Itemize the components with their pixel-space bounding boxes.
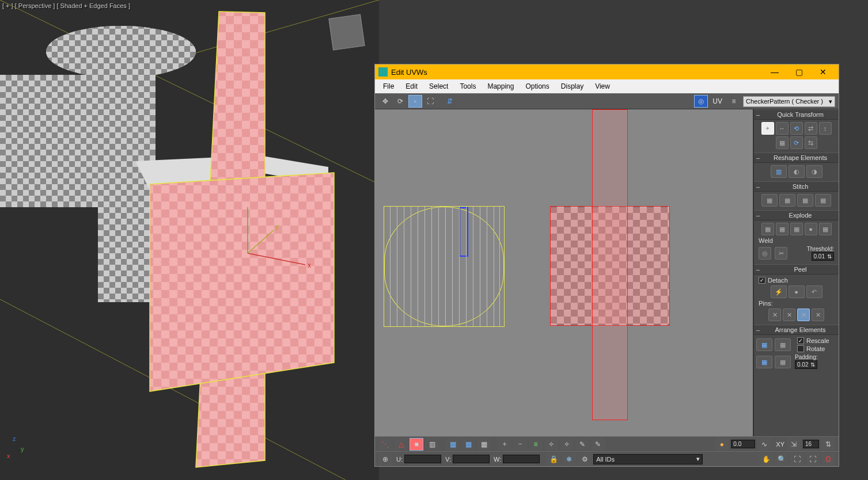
brush2-icon[interactable]: ✎	[591, 438, 605, 451]
rollout-stitch[interactable]: Stitch	[754, 181, 839, 192]
rotate-checkbox[interactable]: Rotate	[795, 345, 832, 352]
rollout-explode[interactable]: Explode	[754, 210, 839, 220]
zoom-region-icon[interactable]: ⛶	[790, 453, 804, 466]
snap-icon[interactable]: Ω	[821, 453, 835, 466]
w-input[interactable]	[503, 455, 540, 463]
soft-sel-icon[interactable]: ●	[715, 438, 729, 451]
menu-view[interactable]: View	[590, 81, 615, 92]
qt-align-icon[interactable]: ✦	[761, 122, 774, 135]
sel-face-icon[interactable]: ■	[410, 438, 423, 451]
menu-display[interactable]: Display	[556, 81, 588, 92]
brush-icon[interactable]: ✎	[575, 438, 589, 451]
sel-element-icon[interactable]: ▥	[425, 438, 439, 451]
sel-edge-icon[interactable]: △	[394, 438, 408, 451]
peel-reset-icon[interactable]: ↶	[806, 285, 822, 298]
menu-options[interactable]: Options	[521, 81, 554, 92]
move-icon[interactable]: ✥	[378, 95, 392, 108]
sel-vertex-icon[interactable]: ⋱	[378, 438, 392, 451]
v-input[interactable]	[453, 455, 490, 463]
u-input[interactable]	[404, 455, 441, 463]
eq-icon[interactable]: ≡	[529, 438, 543, 451]
menu-tools[interactable]: Tools	[455, 81, 480, 92]
menu-file[interactable]: File	[378, 81, 399, 92]
reshape-relax-icon[interactable]: ◐	[789, 165, 805, 178]
stitch-2-icon[interactable]: ▦	[779, 194, 795, 207]
ids-dropdown[interactable]: All IDs▾	[593, 454, 703, 464]
rotate-icon[interactable]: ⟳	[393, 95, 407, 108]
xy-tool-icon[interactable]: ⇲	[787, 438, 801, 451]
mirror-icon[interactable]: ⇵	[443, 95, 457, 108]
falloff-input[interactable]: 0.0	[731, 440, 755, 448]
threshold-input[interactable]: 0.01⇅	[812, 252, 834, 261]
reshape-straighten-icon[interactable]: ▥	[771, 165, 787, 178]
minus-icon[interactable]: －	[513, 438, 527, 451]
qt-align2-icon[interactable]: ↕	[819, 122, 832, 135]
close-button[interactable]: ✕	[811, 65, 835, 79]
arrange-4-icon[interactable]: ▦	[775, 356, 791, 368]
show-map-icon[interactable]: ◎	[694, 95, 708, 108]
peel-1-icon[interactable]: ⚡	[771, 285, 787, 298]
maximize-button[interactable]: ▢	[787, 65, 811, 79]
qt-flip2-icon[interactable]: ⇆	[805, 136, 817, 149]
snow-icon[interactable]: ❄	[562, 453, 576, 466]
abs-rel-icon[interactable]: ⊕	[378, 453, 392, 466]
rollout-peel[interactable]: Peel	[754, 264, 839, 275]
pin-3-icon[interactable]: ✕	[797, 308, 810, 321]
padding-input[interactable]: 0.02⇅	[795, 360, 817, 369]
arrange-pack2-icon[interactable]: ▦	[775, 338, 791, 351]
menu-edit[interactable]: Edit	[401, 81, 422, 92]
pan-icon[interactable]: ✋	[759, 453, 773, 466]
explode-4-icon[interactable]: ●	[805, 223, 817, 235]
menu-select[interactable]: Select	[424, 81, 453, 92]
scale-icon[interactable]: ▫	[408, 95, 422, 108]
grow-icon[interactable]: ▦	[446, 438, 460, 451]
tool-a-icon[interactable]: ✧	[544, 438, 558, 451]
rescale-checkbox[interactable]: ✓Rescale	[795, 337, 832, 344]
explode-3-icon[interactable]: ▦	[790, 223, 803, 235]
weld-break-icon[interactable]: ✂	[775, 247, 787, 260]
freeform-icon[interactable]: ⛶	[423, 95, 437, 108]
minimize-button[interactable]: —	[763, 65, 787, 79]
rollout-quick-transform[interactable]: Quick Transform	[754, 109, 839, 120]
menu-mapping[interactable]: Mapping	[483, 81, 518, 92]
explode-1-icon[interactable]: ▦	[761, 223, 774, 235]
zoom-extents-icon[interactable]: ⛶	[806, 453, 820, 466]
uv-canvas[interactable]	[375, 109, 753, 436]
titlebar[interactable]: Edit UVWs — ▢ ✕	[375, 64, 839, 79]
stitch-3-icon[interactable]: ▦	[797, 194, 813, 207]
qt-tool2-icon[interactable]: ▦	[776, 136, 789, 149]
texture-dropdown[interactable]: CheckerPattern ( Checker )▾	[743, 96, 835, 107]
ring-icon[interactable]: ▦	[477, 438, 491, 451]
lock-icon[interactable]: 🔒	[547, 453, 560, 466]
arrange-3-icon[interactable]: ▦	[756, 356, 772, 368]
qt-rot90-icon[interactable]: ⟲	[790, 122, 803, 135]
qt-rot90b-icon[interactable]: ⟳	[790, 136, 803, 149]
explode-5-icon[interactable]: ▦	[819, 223, 832, 235]
qt-tool-icon[interactable]: ↔	[776, 122, 789, 135]
viewport-3d[interactable]: [ + ] [ Perspective ] [ Shaded + Edged F…	[0, 0, 379, 480]
weld-target-icon[interactable]: ◎	[759, 247, 771, 260]
stitch-4-icon[interactable]: ▦	[815, 194, 831, 207]
spinner-icon[interactable]: ⇅	[821, 438, 835, 451]
reshape-tool-icon[interactable]: ◑	[806, 165, 822, 178]
uv-list-icon[interactable]: ≡	[727, 95, 741, 108]
pin-4-icon[interactable]: ✕	[812, 308, 824, 321]
pin-1-icon[interactable]: ✕	[768, 308, 781, 321]
explode-2-icon[interactable]: ▦	[776, 223, 789, 235]
zoom-icon[interactable]: 🔍	[775, 453, 789, 466]
rollout-reshape[interactable]: Reshape Elements	[754, 153, 839, 163]
falloff-type-icon[interactable]: ∿	[757, 438, 771, 451]
limit-input[interactable]: 16	[803, 440, 819, 448]
shrink-icon[interactable]: ▦	[461, 438, 475, 451]
peel-2-icon[interactable]: ●	[789, 285, 805, 298]
detach-checkbox[interactable]: ✓Detach	[756, 277, 836, 284]
pin-2-icon[interactable]: ✕	[783, 308, 795, 321]
stitch-1-icon[interactable]: ▦	[761, 194, 778, 207]
plus-icon[interactable]: ＋	[498, 438, 511, 451]
rollout-arrange[interactable]: Arrange Elements	[754, 325, 839, 335]
unwrap-opts-icon[interactable]: ⚙	[578, 453, 592, 466]
qt-flip-icon[interactable]: ⇄	[805, 122, 817, 135]
tool-b-icon[interactable]: ✧	[560, 438, 574, 451]
uv-label: UV	[712, 97, 722, 105]
arrange-pack-icon[interactable]: ▦	[756, 338, 772, 351]
